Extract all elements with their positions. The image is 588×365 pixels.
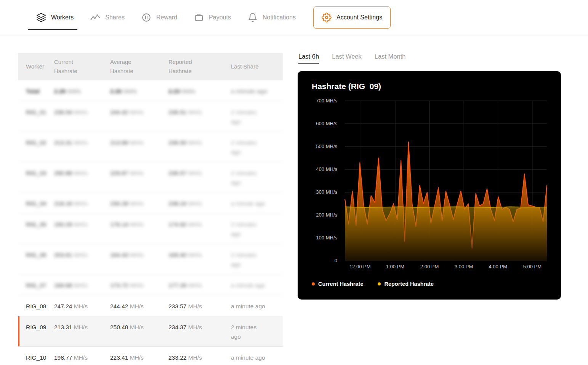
range-tab-last-6h[interactable]: Last 6h: [298, 53, 319, 64]
reward-coin-icon: [141, 13, 151, 22]
nav-item-reward[interactable]: Reward: [133, 0, 186, 35]
account-settings-button[interactable]: Account Settings: [313, 6, 391, 29]
average-hashrate-value: 176.14 MH/s: [110, 220, 168, 229]
reported-hashrate-value: 236.50 MH/s: [168, 138, 231, 147]
last-share-value: 2 minutes ago: [231, 168, 283, 187]
nav-item-shares[interactable]: Shares: [82, 0, 133, 35]
nav-item-notifications[interactable]: Notifications: [239, 0, 304, 35]
svg-text:1:00 PM: 1:00 PM: [386, 264, 404, 269]
last-share-value: a minute ago: [231, 281, 283, 290]
nav-item-label: Payouts: [209, 14, 231, 21]
average-hashrate-value: 164.43 MH/s: [110, 250, 168, 260]
current-hashrate-value: 2.28 GH/s: [54, 86, 110, 96]
reported-hashrate-value: 169.40 MH/s: [168, 250, 231, 260]
table-row[interactable]: RIG_10198.77 MH/s223.41 MH/s233.22 MH/sa…: [18, 347, 283, 365]
last-share-value: a minute ago: [231, 86, 283, 96]
worker-name: RIG_08: [18, 301, 54, 311]
reported-hashrate-dot-icon: [378, 282, 381, 285]
svg-text:3:00 PM: 3:00 PM: [455, 264, 473, 269]
current-hashrate-value: 218.16 MH/s: [54, 199, 110, 208]
top-navigation: Workers Shares Reward Payouts: [0, 0, 588, 35]
current-hashrate-dot-icon: [312, 282, 315, 285]
worker-name: RIG_01: [18, 107, 54, 117]
table-header-row: Worker Current Hashrate Average Hashrate…: [18, 53, 283, 80]
svg-text:2:00 PM: 2:00 PM: [420, 264, 439, 269]
hashrate-chart: 0100 MH/s200 MH/s300 MH/s400 MH/s500 MH/…: [298, 71, 561, 300]
average-hashrate-value: 229.87 MH/s: [110, 168, 168, 178]
table-row[interactable]: RIG_05150.29 MH/s176.14 MH/s174.92 MH/s2…: [18, 214, 283, 244]
table-row[interactable]: RIG_09213.31 MH/s250.48 MH/s234.37 MH/s2…: [18, 316, 283, 347]
reported-hashrate-value: 234.37 MH/s: [168, 322, 231, 332]
svg-text:500 MH/s: 500 MH/s: [316, 143, 337, 149]
workers-table: Worker Current Hashrate Average Hashrate…: [18, 53, 283, 365]
table-row[interactable]: RIG_04218.16 MH/s230.28 MH/s238.24 MH/sa…: [18, 193, 283, 214]
bell-icon: [248, 13, 258, 22]
table-row[interactable]: RIG_06203.61 MH/s164.43 MH/s169.40 MH/s2…: [18, 244, 283, 274]
reported-hashrate-value: 236.51 MH/s: [168, 107, 231, 117]
column-header-reported: Reported Hashrate: [168, 57, 231, 76]
worker-name: Total: [18, 86, 54, 96]
current-hashrate-value: 290.88 MH/s: [54, 168, 110, 178]
average-hashrate-value: 244.42 MH/s: [110, 107, 168, 117]
svg-text:300 MH/s: 300 MH/s: [316, 189, 337, 195]
table-row[interactable]: RIG_07169.68 MH/s173.72 MH/s177.26 MH/sa…: [18, 274, 283, 295]
average-hashrate-value: 2.26 GH/s: [110, 86, 168, 96]
average-hashrate-value: 213.89 MH/s: [110, 138, 168, 147]
reported-hashrate-value: 2.23 GH/s: [168, 86, 231, 96]
average-hashrate-value: 173.72 MH/s: [110, 281, 168, 290]
svg-text:5:00 PM: 5:00 PM: [523, 264, 542, 269]
worker-name: RIG_10: [18, 353, 54, 362]
reported-hashrate-value: 238.24 MH/s: [168, 199, 231, 208]
current-hashrate-value: 213.31 MH/s: [54, 138, 110, 147]
table-row[interactable]: RIG_08247.24 MH/s244.42 MH/s233.57 MH/sa…: [18, 295, 283, 316]
nav-item-payouts[interactable]: Payouts: [186, 0, 239, 35]
range-tab-last-week[interactable]: Last Week: [332, 53, 362, 64]
column-header-last-share: Last Share: [231, 62, 283, 71]
reported-hashrate-value: 174.92 MH/s: [168, 220, 231, 229]
current-hashrate-value: 236.54 MH/s: [54, 107, 110, 117]
range-tab-last-month[interactable]: Last Month: [375, 53, 406, 64]
legend-item-current: Current Hashrate: [312, 281, 363, 287]
last-share-value: a minute ago: [231, 199, 283, 208]
table-row[interactable]: Total2.28 GH/s2.26 GH/s2.23 GH/sa minute…: [18, 80, 283, 101]
svg-text:4:00 PM: 4:00 PM: [489, 264, 507, 269]
gear-icon: [322, 13, 332, 22]
worker-name: RIG_06: [18, 250, 54, 260]
chart-title: Hashrate (RIG_09): [312, 82, 381, 91]
legend-item-reported: Reported Hashrate: [378, 281, 434, 287]
chart-range-tabs: Last 6h Last Week Last Month: [298, 53, 405, 64]
last-share-value: a minute ago: [231, 353, 283, 362]
table-row[interactable]: RIG_01236.54 MH/s244.42 MH/s236.51 MH/s2…: [18, 101, 283, 132]
nav-item-workers[interactable]: Workers: [28, 0, 82, 35]
worker-name: RIG_04: [18, 199, 54, 208]
last-share-value: 2 minutes ago: [231, 138, 283, 157]
svg-text:100 MH/s: 100 MH/s: [316, 235, 337, 241]
worker-name: RIG_02: [18, 138, 54, 147]
svg-text:12:00 PM: 12:00 PM: [349, 264, 371, 269]
nav-item-label: Workers: [51, 14, 74, 21]
current-hashrate-value: 203.61 MH/s: [54, 250, 110, 260]
average-hashrate-value: 230.28 MH/s: [110, 199, 168, 208]
table-row[interactable]: RIG_03290.88 MH/s229.87 MH/s236.57 MH/s2…: [18, 162, 283, 193]
nav-item-label: Shares: [105, 14, 125, 21]
svg-text:400 MH/s: 400 MH/s: [316, 166, 337, 172]
reported-hashrate-value: 233.57 MH/s: [168, 301, 231, 311]
payouts-wallet-icon: [194, 13, 204, 22]
legend-label: Current Hashrate: [318, 281, 363, 287]
svg-text:700 MH/s: 700 MH/s: [316, 98, 337, 104]
last-share-value: 2 minutes ago: [231, 107, 283, 126]
table-row[interactable]: RIG_02213.31 MH/s213.89 MH/s236.50 MH/s2…: [18, 132, 283, 162]
nav-item-label: Notifications: [263, 14, 296, 21]
worker-name: RIG_07: [18, 281, 54, 290]
reported-hashrate-value: 177.26 MH/s: [168, 281, 231, 290]
svg-text:0: 0: [335, 258, 337, 263]
shares-pulse-icon: [90, 13, 100, 22]
average-hashrate-value: 244.42 MH/s: [110, 301, 168, 311]
layers-icon: [36, 13, 46, 22]
last-share-value: 2 minutes ago: [231, 220, 283, 239]
worker-name: RIG_05: [18, 220, 54, 229]
average-hashrate-value: 250.48 MH/s: [110, 322, 168, 332]
chart-plot: 0100 MH/s200 MH/s300 MH/s400 MH/s500 MH/…: [316, 98, 547, 269]
current-hashrate-value: 169.68 MH/s: [54, 281, 110, 290]
average-hashrate-value: 223.41 MH/s: [110, 353, 168, 362]
